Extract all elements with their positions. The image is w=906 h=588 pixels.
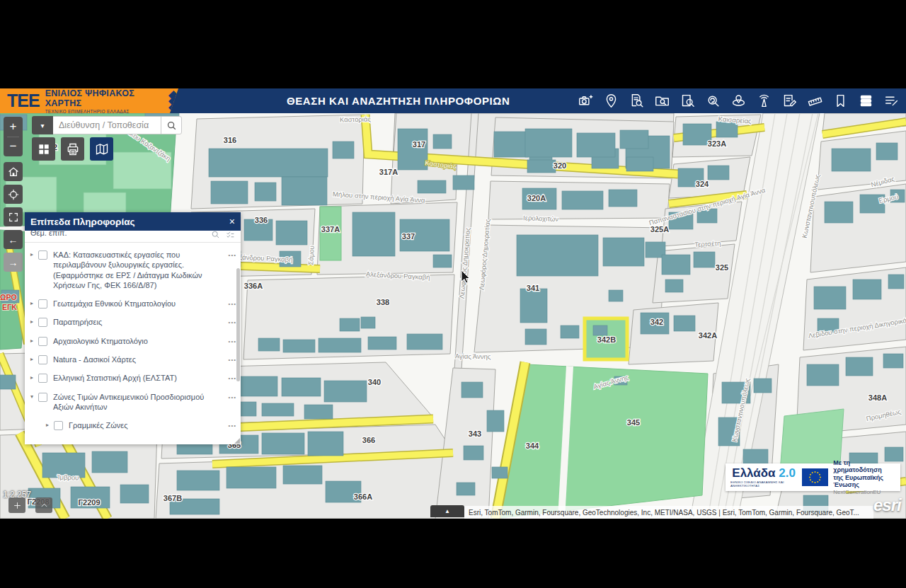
parcel-label: 348Α — [868, 393, 887, 402]
layer-options-icon[interactable]: ••• — [229, 375, 236, 381]
map-pin-icon[interactable] — [602, 93, 620, 110]
layer-checkbox[interactable] — [38, 299, 47, 309]
zoom-out-button[interactable]: − — [4, 137, 23, 157]
attribution-toggle-button[interactable]: ▲ — [430, 505, 464, 517]
parcel-label: 343 — [469, 430, 481, 438]
zoom-in-button[interactable]: + — [4, 117, 23, 137]
extent-button[interactable] — [4, 207, 23, 226]
locate-button[interactable] — [4, 185, 23, 204]
location-orbit-icon[interactable] — [729, 93, 747, 110]
panel-resize-handle[interactable] — [234, 438, 240, 444]
folder-search-icon[interactable] — [653, 93, 671, 110]
expand-caret-icon[interactable]: ▸ — [30, 300, 38, 306]
badge-title: Ελλάδα — [732, 466, 775, 480]
street-label: Καστοριάς — [340, 115, 372, 124]
header-toolbar — [576, 88, 900, 113]
previous-extent-button[interactable]: ← — [4, 230, 23, 249]
layer-row[interactable]: ▸Ελληνική Στατιστική Αρχή (ΕΛΣΤΑΤ)••• — [25, 369, 241, 387]
close-icon[interactable]: × — [229, 216, 235, 227]
parcel-label: 366Α — [354, 492, 372, 501]
layer-options-icon[interactable]: ••• — [229, 301, 236, 307]
parcel-label: 342Β — [597, 335, 616, 344]
layer-checkbox[interactable] — [38, 337, 47, 346]
layer-options-icon[interactable]: ••• — [229, 252, 236, 258]
panel-scrollbar[interactable] — [236, 268, 240, 381]
parcel-label: 344 — [526, 442, 539, 450]
search-button[interactable] — [161, 116, 182, 134]
expand-caret-icon[interactable]: ▸ — [46, 422, 54, 428]
expand-caret-icon[interactable]: ▸ — [30, 338, 38, 344]
search-input[interactable] — [53, 116, 161, 134]
layer-checkbox[interactable] — [38, 250, 47, 260]
bookmark-icon[interactable] — [831, 93, 849, 110]
layer-checkbox[interactable] — [54, 421, 63, 430]
next-extent-button[interactable]: → — [4, 253, 23, 272]
layer-checkbox[interactable] — [38, 393, 47, 402]
antenna-icon[interactable] — [755, 93, 773, 110]
layer-checkbox[interactable] — [38, 355, 47, 364]
esri-logo: esri — [873, 495, 901, 515]
app-logo: TEE ΕΝΙΑΙΟΣ ΨΗΦΙΑΚΟΣ ΧΑΡΤΗΣ ΤΕΧΝΙΚΟ ΕΠΙΜ… — [0, 88, 178, 113]
expand-caret-icon[interactable]: ▸ — [30, 356, 38, 362]
expand-caret-icon[interactable]: ▸ — [30, 251, 38, 258]
layer-checkbox[interactable] — [38, 374, 47, 383]
layer-label: Γεωτεμάχια Εθνικού Κτηματολογίου — [53, 299, 212, 309]
apps-grid-button[interactable] — [32, 137, 55, 161]
layer-options-icon[interactable]: ••• — [229, 338, 236, 345]
street-label: ΩΡΟ — [0, 293, 17, 301]
street-label: Ίμβρου — [57, 473, 79, 481]
layers-panel: Επίπεδα Πληροφορίας × Θεμ. επιπ. ▸ΚΑΔ: Κ… — [25, 212, 241, 444]
layer-list-icon[interactable] — [856, 93, 875, 110]
layer-row[interactable]: ▸Γεωτεμάχια Εθνικού Κτηματολογίου••• — [25, 294, 241, 313]
layer-options-icon[interactable]: ••• — [229, 357, 236, 363]
layer-checkbox[interactable] — [38, 318, 47, 327]
layers-list: ▸ΚΑΔ: Κατασκευαστικές εργασίες που περιλ… — [25, 243, 241, 444]
layer-row[interactable]: ▸Natura - Δασικοί Χάρτες••• — [25, 350, 241, 369]
funding-badge: Ελλάδα 2.0 ΕΘΝΙΚΟ ΣΧΕΔΙΟ ΑΝΑΚΑΜΨΗΣ ΚΑΙ Α… — [726, 463, 900, 491]
address-search: ▾ — [32, 116, 182, 134]
layer-row[interactable]: ▸Γραμμικές Ζώνες••• — [25, 416, 241, 434]
home-icon — [8, 166, 19, 178]
camera-add-icon[interactable] — [576, 93, 595, 110]
page-search-icon[interactable] — [678, 93, 696, 110]
search-icon[interactable] — [211, 231, 220, 239]
layer-row[interactable]: ▾Ζώνες Τιμών Αντικειμενικού Προσδιορισμο… — [25, 388, 241, 417]
parcel-label: 317Α — [379, 168, 398, 176]
layer-row[interactable]: ▸Αρχαιολογικό Κτηματολόγιο••• — [25, 332, 241, 350]
document-edit-icon[interactable] — [780, 93, 798, 110]
crosshair-mini-button[interactable] — [8, 497, 25, 513]
print-button[interactable] — [61, 137, 84, 161]
search-refresh-icon[interactable] — [704, 93, 722, 110]
layer-label: Αρχαιολογικό Κτηματολόγιο — [53, 336, 212, 346]
expand-caret-icon[interactable]: ▸ — [30, 374, 38, 381]
layer-options-icon[interactable]: ••• — [229, 422, 236, 429]
parcel-label: 323Α — [708, 139, 726, 148]
layer-options-icon[interactable]: ••• — [229, 319, 236, 325]
parcel-label: 336Α — [244, 282, 263, 290]
layer-row[interactable]: ▸ΚΑΔ: Κατασκευαστικές εργασίες που περιλ… — [25, 246, 241, 294]
parcel-label: 338 — [377, 298, 389, 306]
badge-version: 2.0 — [779, 466, 796, 480]
document-search-icon[interactable] — [627, 93, 646, 110]
printer-icon — [66, 142, 80, 156]
edit-list-icon[interactable] — [882, 93, 900, 110]
search-source-dropdown[interactable]: ▾ — [32, 116, 53, 134]
home-button[interactable] — [4, 162, 23, 181]
layer-label: Γραμμικές Ζώνες — [69, 420, 228, 430]
layer-row[interactable]: ▸Παρατηρήσεις••• — [25, 313, 241, 331]
layer-options-icon[interactable]: ••• — [229, 394, 236, 400]
expand-caret-icon[interactable]: ▸ — [30, 318, 38, 325]
grid-icon — [37, 142, 51, 156]
parcel-label: 342 — [650, 318, 663, 326]
badge-funding-line1: Με τη χρηματοδότηση — [833, 459, 895, 474]
basemap-button[interactable] — [90, 137, 113, 161]
measure-icon[interactable] — [805, 93, 824, 110]
layers-panel-header[interactable]: Επίπεδα Πληροφορίας × — [25, 212, 241, 231]
badge-subtitle: ΕΘΝΙΚΟ ΣΧΕΔΙΟ ΑΝΑΚΑΜΨΗΣ ΚΑΙ ΑΝΘΕΚΤΙΚΟΤΗΤ… — [730, 480, 797, 488]
collapse-mini-button[interactable] — [35, 497, 52, 513]
street-label: Αγίας Άννης — [455, 352, 491, 361]
chevron-up-icon — [40, 501, 49, 510]
collapse-caret-icon[interactable]: ▾ — [30, 393, 38, 400]
select-all-icon[interactable] — [226, 231, 235, 239]
attribution-text: Esri, TomTom, Garmin, Foursquare, GeoTec… — [469, 509, 859, 517]
